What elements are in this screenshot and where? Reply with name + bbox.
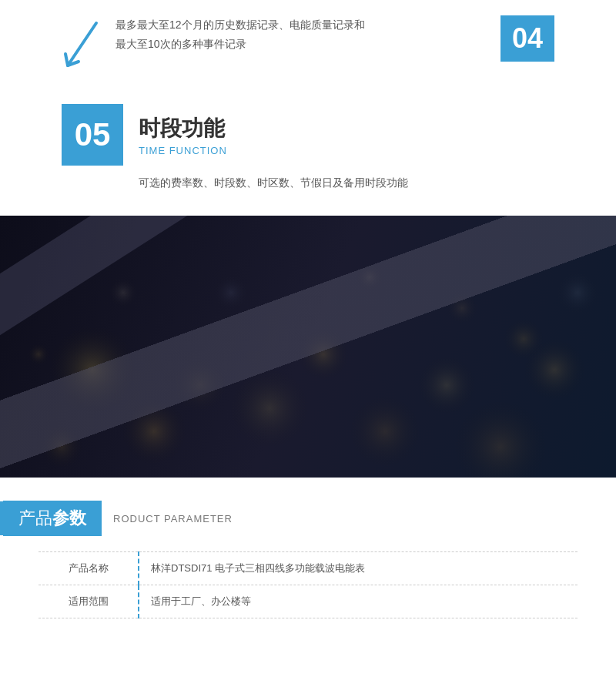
table-row: 产品名称 林洋DTSDI71 电子式三相四线多功能载波电能表 (38, 552, 578, 585)
feature-title-block: 时段功能 TIME FUNCTION (139, 114, 227, 156)
table-row: 适用范围 适用于工厂、办公楼等 (38, 585, 578, 618)
arrow-icon (62, 19, 108, 65)
top-description: 最多最大至12个月的历史数据记录、电能质量记录和 最大至10次的多种事件记录 (116, 15, 365, 54)
table-value-1: 林洋DTSDI71 电子式三相四线多功能载波电能表 (139, 552, 578, 585)
params-table: 产品名称 林洋DTSDI71 电子式三相四线多功能载波电能表 适用范围 适用于工… (38, 551, 578, 618)
top-left-content: 最多最大至12个月的历史数据记录、电能质量记录和 最大至10次的多种事件记录 (62, 15, 365, 65)
table-value-2: 适用于工厂、办公楼等 (139, 585, 578, 618)
params-title-box: 产品 参数 (3, 501, 102, 536)
table-label-2: 适用范围 (38, 585, 139, 618)
top-section: 最多最大至12个月的历史数据记录、电能质量记录和 最大至10次的多种事件记录 0… (0, 0, 616, 89)
feature-title-zh: 时段功能 (139, 114, 227, 143)
params-title-normal: 产品 (18, 507, 52, 530)
params-header-wrapper: 产品 参数 RODUCT PARAMETER (0, 501, 616, 536)
table-label-1: 产品名称 (38, 552, 139, 585)
feature-header: 05 时段功能 TIME FUNCTION (62, 104, 554, 166)
params-title-en: RODUCT PARAMETER (113, 513, 233, 525)
svg-line-0 (68, 23, 96, 65)
params-title-bold: 参数 (52, 507, 86, 530)
badge-05: 05 (62, 104, 123, 166)
product-params-section: 产品 参数 RODUCT PARAMETER 产品名称 林洋DTSDI71 电子… (0, 478, 616, 626)
diagonal-overlay (0, 216, 616, 478)
feature-05-section: 05 时段功能 TIME FUNCTION 可选的费率数、时段数、时区数、节假日… (0, 89, 616, 216)
badge-04: 04 (500, 15, 554, 62)
feature-title-en: TIME FUNCTION (139, 145, 227, 156)
feature-description: 可选的费率数、时段数、时区数、节假日及备用时段功能 (62, 173, 554, 193)
bokeh-background (0, 216, 616, 478)
